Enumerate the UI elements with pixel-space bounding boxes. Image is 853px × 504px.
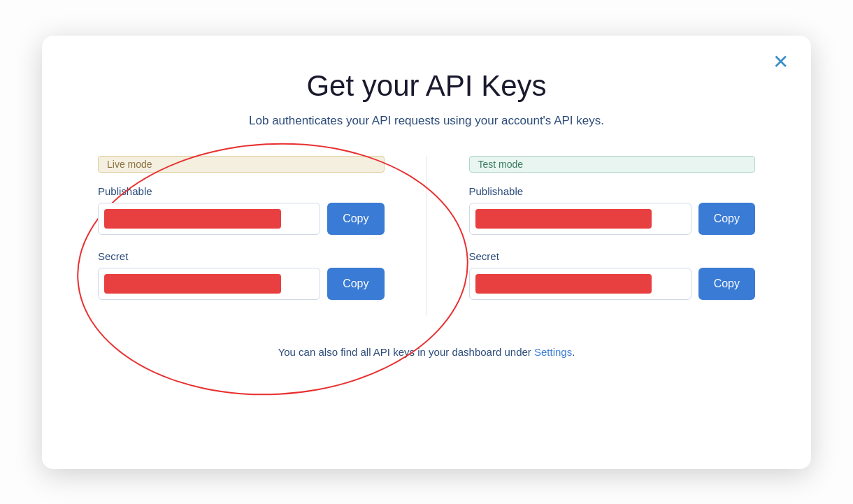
modal-subtitle: Lob authenticates your API requests usin… [249, 114, 604, 128]
footer-text: You can also find all API keys in your d… [278, 346, 575, 358]
live-secret-fill [104, 274, 281, 294]
test-publishable-row: Copy [469, 203, 756, 235]
live-publishable-fill [104, 209, 281, 229]
test-publishable-label: Publishable [469, 185, 756, 197]
footer-text-after: . [572, 346, 575, 358]
modal-title: Get your API Keys [306, 69, 546, 103]
modal-overlay: ✕ Get your API Keys Lob authenticates yo… [0, 0, 853, 504]
test-secret-row: Copy [469, 268, 756, 300]
keys-container: Live mode Publishable Copy Secret Copy [98, 156, 755, 315]
test-publishable-fill [475, 209, 652, 229]
live-publishable-copy-button[interactable]: Copy [327, 203, 384, 235]
live-mode-badge: Live mode [98, 156, 385, 173]
test-secret-label: Secret [469, 250, 756, 262]
test-publishable-input[interactable] [469, 203, 691, 235]
close-button[interactable]: ✕ [773, 52, 789, 72]
live-secret-input[interactable] [98, 268, 320, 300]
live-publishable-row: Copy [98, 203, 385, 235]
test-publishable-copy-button[interactable]: Copy [698, 203, 755, 235]
live-secret-copy-button[interactable]: Copy [327, 268, 384, 300]
test-secret-input[interactable] [469, 268, 691, 300]
modal: ✕ Get your API Keys Lob authenticates yo… [42, 36, 811, 469]
test-secret-copy-button[interactable]: Copy [698, 268, 755, 300]
settings-link[interactable]: Settings [534, 346, 572, 358]
live-publishable-input[interactable] [98, 203, 320, 235]
live-secret-label: Secret [98, 250, 385, 262]
live-secret-row: Copy [98, 268, 385, 300]
test-secret-fill [475, 274, 652, 294]
column-divider [426, 156, 427, 315]
live-mode-column: Live mode Publishable Copy Secret Copy [98, 156, 385, 315]
live-publishable-label: Publishable [98, 185, 385, 197]
test-mode-column: Test mode Publishable Copy Secret Copy [469, 156, 756, 315]
footer-text-before: You can also find all API keys in your d… [278, 346, 534, 358]
test-mode-badge: Test mode [469, 156, 756, 173]
